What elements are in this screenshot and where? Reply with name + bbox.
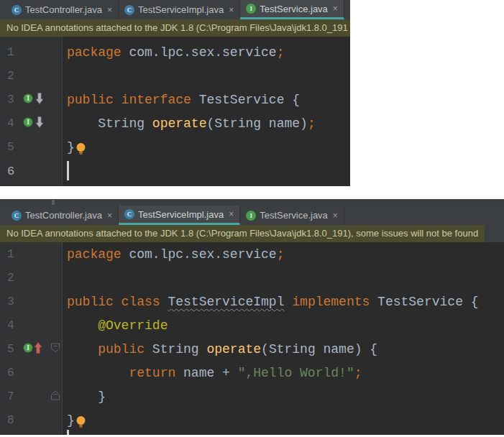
code-line[interactable]: 7 } [0, 385, 504, 408]
overrides-arrow-icon[interactable] [34, 341, 42, 356]
code-line[interactable]: 3Ipublic interface TestService { [0, 88, 350, 111]
code-line[interactable]: 4I String operate(String name); [0, 111, 350, 135]
interface-icon: I [246, 4, 256, 14]
gutter-cell: 3I [0, 88, 63, 111]
line-number: 1 [7, 248, 14, 261]
token-plain: String [145, 342, 206, 356]
code-editor[interactable]: 1package com.lpc.sex.service;23public cl… [0, 242, 504, 435]
interface-marker-icon[interactable]: I [23, 343, 33, 356]
code-line[interactable]: 1package com.lpc.sex.service; [0, 40, 350, 64]
tab-testcontroller-java[interactable]: CTestController.java× [6, 206, 119, 225]
code-line[interactable]: 6 [0, 159, 350, 183]
code-text [63, 161, 69, 180]
code-line[interactable]: 2 [0, 64, 350, 88]
code-editor[interactable]: 1package com.lpc.sex.service;23Ipublic i… [0, 37, 350, 186]
gutter-cell: 4I [0, 111, 63, 135]
token-kw: ; [277, 247, 285, 262]
tab-testservice-java[interactable]: ITestService.java× [240, 206, 344, 225]
tab-testserviceimpl-java[interactable]: CTestServiceImpl.java× [119, 0, 240, 19]
warning-text: No IDEA annotations attached to the JDK … [0, 19, 350, 37]
code-text: @Override [63, 318, 168, 333]
cropped-strip [0, 199, 504, 206]
code-line[interactable]: 6 return name + ″,Hello World!″; [0, 361, 504, 385]
lightbulb-icon[interactable] [75, 415, 86, 432]
tab-close-icon[interactable]: × [229, 5, 234, 15]
line-number: 7 [7, 390, 14, 403]
code-line[interactable]: 5I public String operate(String name) { [0, 337, 504, 361]
tab-testserviceimpl-java[interactable]: CTestServiceImpl.java× [119, 206, 240, 225]
token-ann: @Override [98, 318, 168, 333]
line-number: 3 [7, 93, 14, 106]
line-number: 2 [7, 70, 14, 83]
tab-testservice-java[interactable]: ITestService.java× [240, 0, 344, 19]
gutter-cell: 2 [0, 64, 63, 88]
gutter-cell: 3 [0, 290, 63, 313]
token-plain: String [67, 116, 152, 131]
class-icon: C [12, 211, 22, 221]
token-kw: package [67, 247, 122, 262]
code-line[interactable]: 5} [0, 135, 350, 159]
gutter-cell: 6 [0, 361, 63, 385]
tab-bar: CTestController.java×CTestServiceImpl.ja… [0, 0, 350, 19]
token-kw: ; [354, 366, 362, 380]
token-kw: package [67, 45, 122, 60]
token-plain: TestService { [370, 295, 478, 309]
tab-close-icon[interactable]: × [107, 5, 112, 15]
token-kw: public [98, 342, 145, 356]
gutter-cell: 4 [0, 313, 63, 337]
code-line[interactable]: 4 @Override [0, 313, 504, 337]
token-kw: ; [277, 45, 285, 60]
editor-panel-top: CTestController.java×CTestServiceImpl.ja… [0, 0, 350, 186]
code-line[interactable]: 1package com.lpc.sex.service; [0, 242, 504, 266]
interface-marker-icon[interactable]: I [23, 117, 33, 130]
code-text: public interface TestService { [63, 93, 300, 107]
text-caret [67, 161, 69, 180]
line-number: 6 [7, 367, 14, 380]
token-plain: } [67, 140, 75, 155]
editor-panel-bottom: CTestController.java×CTestServiceImpl.ja… [0, 199, 504, 435]
interface-marker-icon[interactable]: I [23, 93, 33, 106]
lightbulb-icon[interactable] [75, 142, 86, 159]
implemented-arrow-icon[interactable] [35, 116, 44, 131]
code-line[interactable]: 2 [0, 266, 504, 290]
code-text: String operate(String name); [63, 116, 316, 131]
tab-close-icon[interactable]: × [229, 209, 234, 219]
token-plain: (String name) [206, 116, 307, 131]
tab-label: TestServiceImpl.java [138, 209, 224, 220]
gutter-cell: 5 [0, 135, 63, 159]
token-kw: public class [67, 295, 160, 309]
tab-label: TestService.java [260, 210, 328, 221]
token-typo: TestServiceImpl [168, 295, 284, 309]
fold-start-icon[interactable] [50, 342, 61, 356]
line-number: 4 [7, 319, 14, 332]
tab-bar: CTestController.java×CTestServiceImpl.ja… [0, 206, 504, 225]
fold-end-icon[interactable] [50, 390, 61, 404]
tab-close-icon[interactable]: × [333, 4, 338, 14]
tab-close-icon[interactable]: × [333, 211, 338, 221]
token-fn: operate [206, 342, 261, 356]
code-line[interactable]: 8} [0, 408, 504, 432]
tab-testcontroller-java[interactable]: CTestController.java× [6, 0, 119, 19]
code-text: } [63, 139, 86, 155]
svg-text:I: I [27, 344, 29, 351]
tab-close-icon[interactable]: × [107, 211, 112, 221]
code-text: } [63, 412, 86, 428]
interface-icon: I [246, 211, 256, 221]
token-plain [67, 366, 129, 380]
class-icon: C [124, 5, 134, 15]
gutter-cell: 8 [0, 408, 63, 432]
line-number: 1 [7, 46, 14, 59]
line-number: 3 [7, 295, 14, 308]
tab-label: TestServiceImpl.java [138, 4, 224, 15]
code-line[interactable]: 3public class TestServiceImpl implements… [0, 290, 504, 313]
line-number: 4 [7, 117, 14, 130]
class-icon: C [124, 209, 134, 219]
tab-label: TestController.java [25, 210, 102, 221]
token-plain: (String name) { [261, 342, 377, 356]
line-number: 6 [7, 164, 14, 178]
token-plain: com.lpc.sex.service [122, 45, 277, 60]
gutter-cell: 6 [0, 159, 63, 183]
warning-banner: No IDEA annotations attached to the JDK … [0, 19, 350, 37]
gutter-cell: 2 [0, 266, 63, 290]
implemented-arrow-icon[interactable] [35, 92, 44, 107]
